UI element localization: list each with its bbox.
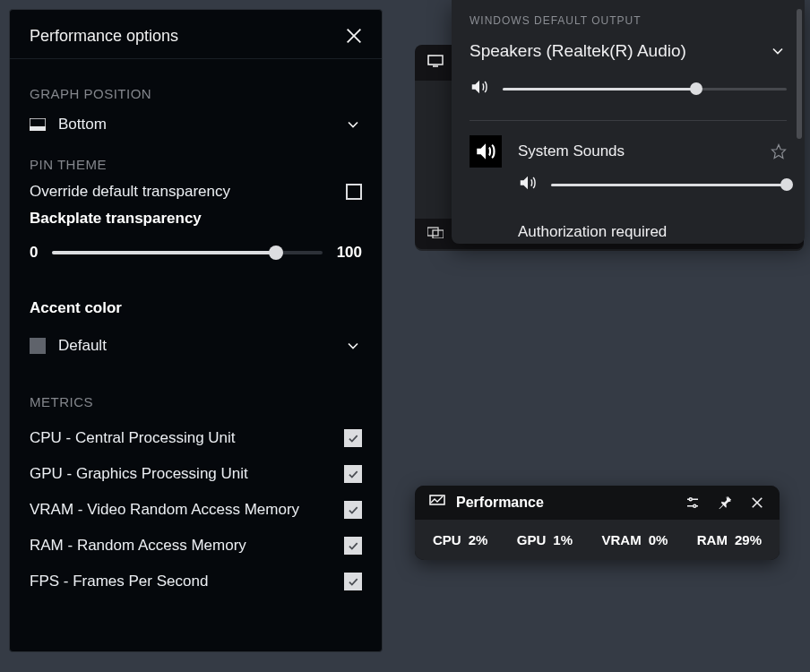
perf-mini-title: Performance [456, 495, 544, 511]
stat-label: VRAM [601, 532, 641, 547]
output-device-dropdown[interactable]: Speakers (Realtek(R) Audio) [470, 36, 787, 72]
backplate-slider[interactable] [52, 251, 322, 254]
color-swatch-icon [30, 338, 46, 354]
graph-position-dropdown[interactable]: Bottom [30, 112, 362, 137]
metric-label: GPU - Graphics Processing Unit [30, 465, 248, 483]
app-sound-row: System Sounds [470, 135, 787, 168]
monitor-icon [427, 55, 444, 71]
speaker-icon[interactable] [470, 77, 489, 100]
perf-mini-stats: CPU2%GPU1%VRAM0%RAM29% [415, 520, 780, 560]
accent-color-value: Default [58, 337, 107, 355]
accent-color-label: Accent color [30, 299, 362, 317]
metric-checkbox[interactable] [344, 537, 362, 555]
slider-min: 0 [30, 244, 38, 262]
output-device-name: Speakers (Realtek(R) Audio) [470, 41, 686, 61]
stat-label: GPU [517, 532, 547, 547]
metric-checkbox[interactable] [344, 573, 362, 590]
chevron-down-icon [769, 42, 787, 60]
stat-value: 1% [553, 532, 573, 547]
metric-label: RAM - Random Access Memory [30, 537, 246, 555]
stat: RAM29% [697, 532, 762, 547]
panel-body: GRAPH POSITION Bottom PIN THEME Override… [10, 59, 382, 599]
svg-rect-6 [427, 228, 438, 236]
app-sound-name: System Sounds [518, 142, 625, 160]
performance-mini-panel: Performance CPU2%GPU1%VRAM0%RAM29% [415, 486, 780, 560]
accent-color-dropdown[interactable]: Default [30, 333, 362, 358]
speaker-icon[interactable] [518, 173, 538, 196]
stat-label: RAM [697, 532, 728, 547]
metric-checkbox[interactable] [344, 465, 362, 483]
backplate-label: Backplate transparency [30, 210, 362, 228]
perf-mini-header: Performance [415, 486, 780, 520]
graph-position-heading: GRAPH POSITION [30, 86, 362, 101]
metric-row: FPS - Frames Per Second [30, 564, 362, 599]
close-icon[interactable] [749, 495, 765, 511]
override-transparency-row: Override default transparency [30, 183, 362, 201]
metric-label: CPU - Central Processing Unit [30, 429, 236, 447]
audio-heading: WINDOWS DEFAULT OUTPUT [470, 0, 787, 27]
svg-rect-3 [30, 126, 46, 131]
chevron-down-icon [344, 116, 362, 134]
performance-icon [429, 495, 445, 511]
master-volume-row [470, 72, 787, 120]
override-checkbox[interactable] [346, 184, 362, 200]
close-icon[interactable] [344, 26, 364, 46]
svg-rect-7 [433, 230, 444, 238]
metric-row: CPU - Central Processing Unit [30, 420, 362, 456]
master-volume-slider[interactable] [503, 88, 787, 90]
stat: CPU2% [433, 532, 487, 547]
override-label: Override default transparency [30, 183, 230, 201]
svg-rect-4 [428, 56, 443, 65]
pin-icon[interactable] [717, 495, 733, 511]
metrics-heading: METRICS [30, 394, 362, 409]
slider-max: 100 [337, 244, 362, 262]
chevron-down-icon [344, 337, 362, 355]
metric-checkbox[interactable] [344, 501, 362, 519]
metric-row: GPU - Graphics Processing Unit [30, 456, 362, 492]
stat: GPU1% [517, 532, 573, 547]
slider-thumb[interactable] [690, 82, 702, 95]
panel-header: Performance options [10, 10, 382, 59]
metric-checkbox[interactable] [344, 429, 362, 447]
app-volume-slider[interactable] [551, 184, 787, 186]
slider-thumb[interactable] [269, 246, 283, 260]
scrollbar[interactable] [797, 9, 802, 139]
overlay-icon [427, 226, 444, 242]
system-sounds-icon [470, 135, 502, 168]
slider-thumb[interactable] [780, 178, 793, 191]
divider [470, 120, 787, 121]
stat-value: 0% [649, 532, 668, 547]
performance-options-panel: Performance options GRAPH POSITION Botto… [9, 9, 383, 652]
authorization-text: Authorization required [470, 196, 787, 241]
metric-label: VRAM - Video Random Access Memory [30, 501, 299, 519]
settings-sliders-icon[interactable] [685, 495, 701, 511]
app-volume-row [470, 173, 787, 196]
panel-title: Performance options [30, 27, 178, 46]
stat-label: CPU [433, 532, 461, 547]
graph-position-value: Bottom [58, 116, 107, 134]
position-bottom-icon [30, 118, 46, 131]
stat-value: 2% [469, 532, 488, 547]
svg-marker-8 [772, 145, 786, 159]
audio-panel: WINDOWS DEFAULT OUTPUT Speakers (Realtek… [452, 0, 805, 244]
metric-row: VRAM - Video Random Access Memory [30, 492, 362, 528]
backplate-slider-row: 0 100 [30, 244, 362, 262]
stat-value: 29% [735, 532, 762, 547]
svg-point-13 [694, 504, 696, 507]
metric-row: RAM - Random Access Memory [30, 528, 362, 564]
svg-point-11 [689, 498, 692, 501]
star-icon[interactable] [771, 143, 787, 159]
metric-label: FPS - Frames Per Second [30, 573, 208, 590]
pin-theme-heading: PIN THEME [30, 157, 362, 172]
stat: VRAM0% [601, 532, 668, 547]
